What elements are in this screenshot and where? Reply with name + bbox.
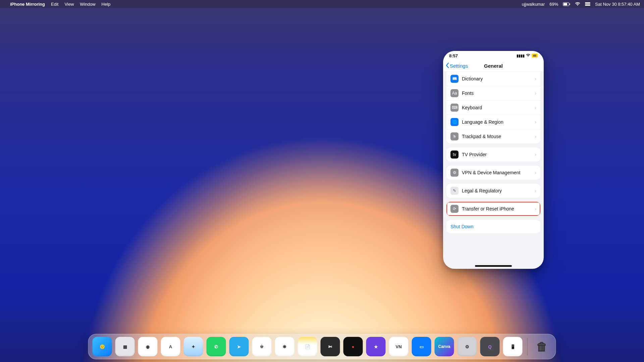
svg-rect-2: [570, 3, 570, 5]
control-center-icon[interactable]: [585, 2, 590, 6]
dock-item-finder[interactable]: 🙂: [93, 337, 112, 356]
dock-item-arc[interactable]: A: [161, 337, 180, 356]
iphone-status-bar: 8:57 ▮▮▮▮ 45: [443, 51, 544, 60]
settings-row-vpn-device-mgmt[interactable]: ⚙︎VPN & Device Management›: [446, 166, 540, 180]
menubar-datetime[interactable]: Sat Nov 30 8:57:40 AM: [595, 2, 640, 7]
settings-list[interactable]: 📖Dictionary›AaFonts›⌨︎Keyboard›🌐Language…: [443, 72, 544, 263]
iphone-mirror-window: 8:57 ▮▮▮▮ 45 Settings General 📖Dictionar…: [443, 51, 544, 269]
settings-row-label: VPN & Device Management: [462, 170, 531, 175]
vpn-device-mgmt-icon: ⚙︎: [450, 169, 459, 177]
menubar: iPhone Mirroring Edit View Window Help u…: [0, 0, 644, 8]
menubar-user[interactable]: ujjwalkumar: [522, 2, 545, 7]
dock-item-quicktime[interactable]: Q: [480, 337, 500, 356]
settings-row-label: Language & Region: [462, 119, 531, 125]
settings-row-label: Trackpad & Mouse: [462, 134, 531, 139]
back-label: Settings: [450, 63, 468, 69]
dock-item-slack[interactable]: ※: [252, 337, 272, 356]
settings-row-language-region[interactable]: 🌐Language & Region›: [446, 115, 540, 129]
dock-item-safari[interactable]: ✦: [184, 337, 203, 356]
settings-group: 📖Dictionary›AaFonts›⌨︎Keyboard›🌐Language…: [446, 72, 540, 143]
menubar-app-name[interactable]: iPhone Mirroring: [10, 2, 45, 7]
chevron-right-icon: ›: [535, 206, 536, 212]
dock-item-chatgpt[interactable]: ❋: [275, 337, 294, 356]
svg-rect-3: [585, 2, 590, 4]
dock: 🙂▦◉A✦✆➤※❋📄✄●★VN▭Canva⚙︎Q📱🗑: [88, 334, 556, 359]
dock-item-chrome[interactable]: ◉: [138, 337, 158, 356]
chevron-right-icon: ›: [535, 188, 536, 193]
page-title: General: [484, 63, 503, 69]
settings-group: ⚙︎VPN & Device Management›: [446, 166, 540, 180]
settings-row-label: Transfer or Reset iPhone: [462, 206, 531, 212]
settings-row-shut-down[interactable]: Shut Down: [446, 220, 540, 233]
svg-rect-4: [585, 4, 590, 6]
dock-item-launchpad[interactable]: ▦: [115, 337, 135, 356]
wifi-icon[interactable]: [575, 2, 580, 6]
transfer-reset-icon: ⟳: [450, 205, 459, 213]
settings-row-label: TV Provider: [462, 152, 531, 157]
tv-provider-icon: tv: [450, 150, 459, 159]
settings-row-dictionary[interactable]: 📖Dictionary›: [446, 72, 540, 86]
settings-row-keyboard[interactable]: ⌨︎Keyboard›: [446, 100, 540, 115]
menubar-item-window[interactable]: Window: [80, 2, 95, 7]
dock-item-vn[interactable]: VN: [389, 337, 409, 356]
menubar-battery-percent[interactable]: 69%: [549, 2, 558, 7]
trackpad-mouse-icon: 🖱: [450, 132, 459, 140]
chevron-right-icon: ›: [535, 119, 536, 125]
chevron-right-icon: ›: [535, 152, 536, 157]
keyboard-icon: ⌨︎: [450, 104, 459, 112]
dock-item-trash[interactable]: 🗑: [532, 337, 552, 356]
legal-regulatory-icon: ✎: [450, 187, 459, 195]
menubar-item-edit[interactable]: Edit: [51, 2, 58, 7]
cellular-icon: ▮▮▮▮: [517, 54, 525, 58]
iphone-battery-badge: 45: [532, 54, 538, 58]
settings-row-trackpad-mouse[interactable]: 🖱Trackpad & Mouse›: [446, 129, 540, 143]
settings-group: tvTV Provider›: [446, 147, 540, 162]
dock-item-voice-memos[interactable]: ●: [343, 337, 363, 356]
svg-rect-1: [564, 3, 567, 5]
settings-group: ⟳Transfer or Reset iPhone›: [446, 202, 540, 216]
dock-item-notes[interactable]: 📄: [298, 337, 317, 356]
fonts-icon: Aa: [450, 89, 459, 97]
settings-group: ✎Legal & Regulatory›: [446, 184, 540, 198]
chevron-right-icon: ›: [535, 105, 536, 110]
dock-item-whatsapp[interactable]: ✆: [207, 337, 226, 356]
chevron-right-icon: ›: [535, 134, 536, 139]
settings-row-label: Dictionary: [462, 76, 531, 81]
settings-row-label: Shut Down: [450, 224, 536, 229]
desktop: iPhone Mirroring Edit View Window Help u…: [0, 0, 644, 362]
dock-item-canva[interactable]: Canva: [435, 337, 454, 356]
settings-row-label: Keyboard: [462, 105, 531, 110]
dictionary-icon: 📖: [450, 75, 459, 83]
settings-row-fonts[interactable]: AaFonts›: [446, 86, 540, 100]
iphone-nav-bar: Settings General: [443, 60, 544, 72]
back-button[interactable]: Settings: [446, 63, 468, 69]
chevron-right-icon: ›: [535, 170, 536, 175]
settings-row-label: Legal & Regulatory: [462, 188, 531, 193]
settings-group: Shut Down: [446, 220, 540, 233]
chevron-right-icon: ›: [535, 90, 536, 96]
settings-row-legal-regulatory[interactable]: ✎Legal & Regulatory›: [446, 184, 540, 198]
dock-item-fcpx[interactable]: ✄: [321, 337, 340, 356]
dock-item-keynote[interactable]: ▭: [412, 337, 431, 356]
dock-separator: [527, 338, 528, 355]
chevron-right-icon: ›: [535, 76, 536, 81]
settings-row-label: Fonts: [462, 90, 531, 96]
dock-item-telegram[interactable]: ➤: [229, 337, 249, 356]
iphone-home-indicator[interactable]: [443, 263, 544, 269]
dock-item-imovie[interactable]: ★: [366, 337, 386, 356]
dock-item-iphone-mirroring[interactable]: 📱: [503, 337, 523, 356]
settings-row-transfer-reset[interactable]: ⟳Transfer or Reset iPhone›: [446, 202, 540, 216]
iphone-time: 8:57: [449, 53, 458, 58]
menubar-item-help[interactable]: Help: [102, 2, 111, 7]
dock-item-system-settings[interactable]: ⚙︎: [458, 337, 477, 356]
language-region-icon: 🌐: [450, 118, 459, 126]
menubar-item-view[interactable]: View: [64, 2, 74, 7]
settings-row-tv-provider[interactable]: tvTV Provider›: [446, 147, 540, 162]
battery-icon: [563, 2, 570, 6]
wifi-icon: [526, 54, 530, 58]
chevron-left-icon: [446, 63, 449, 69]
